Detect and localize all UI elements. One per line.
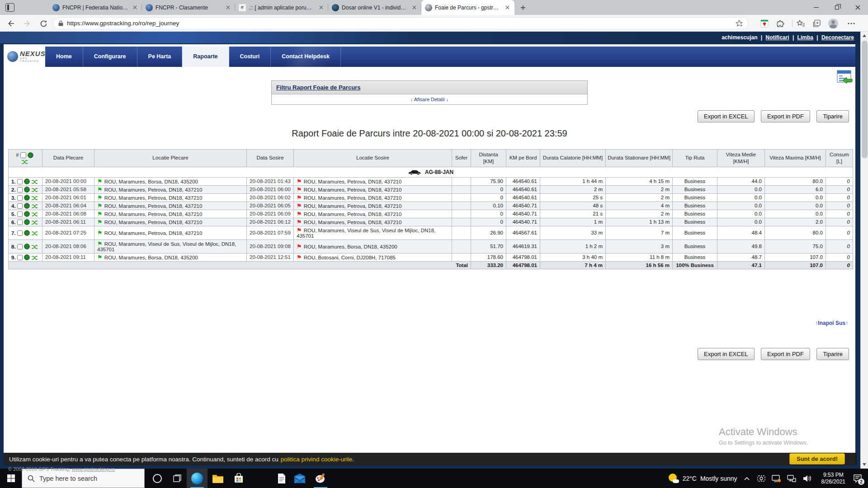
filter-toggle-details[interactable]: ↓ Afisare Detalii ↓	[272, 94, 587, 104]
window-minimize-button[interactable]	[806, 0, 826, 15]
taskbar-store-button[interactable]	[228, 469, 249, 488]
map-globe-icon[interactable]	[24, 203, 30, 209]
print-button[interactable]: Tiparire	[816, 348, 849, 360]
row-select-checkbox[interactable]	[17, 203, 23, 209]
stationary-duration-cell: 2 m	[606, 185, 673, 193]
taskbar-weather[interactable]: 22°C Mostly sunny	[668, 473, 737, 484]
browser-tab[interactable]: IT.:: [ admin aplicatie porumbei ] :	[235, 0, 328, 15]
row-select-checkbox[interactable]	[17, 211, 23, 217]
print-button[interactable]: Tiparire	[816, 110, 849, 122]
browser-menu-icon[interactable]	[846, 19, 856, 28]
map-globe-icon[interactable]	[24, 244, 30, 249]
nav-item-contact-helpdesk[interactable]: Contact Helpdesk	[271, 47, 341, 67]
extensions-puzzle-icon[interactable]	[776, 19, 786, 28]
cortana-button[interactable]	[147, 469, 168, 488]
export-excel-button[interactable]: Export in EXCEL	[698, 110, 755, 122]
nav-item-costuri[interactable]: Costuri	[229, 47, 271, 67]
export-excel-button[interactable]: Export in EXCEL	[698, 348, 755, 360]
nav-item-home[interactable]: Home	[45, 47, 83, 67]
route-shuffle-icon[interactable]	[31, 244, 38, 249]
userbar-link-notificari[interactable]: Notificari	[766, 34, 789, 41]
scrollbar-thumb[interactable]	[862, 41, 868, 158]
map-globe-icon[interactable]	[24, 178, 30, 184]
new-tab-button[interactable]	[518, 3, 528, 13]
row-select-checkbox[interactable]	[17, 195, 23, 201]
profile-avatar[interactable]	[828, 19, 838, 28]
map-globe-icon[interactable]	[24, 254, 30, 260]
map-globe-icon[interactable]	[24, 211, 30, 217]
back-to-top-link[interactable]: ↑Inapoi Sus↑	[815, 320, 848, 326]
display-cast-icon[interactable]	[772, 474, 781, 483]
side-panel-toggle-icon[interactable]	[835, 70, 854, 86]
userbar-link-limba[interactable]: Limba	[797, 34, 813, 41]
window-restore-button[interactable]	[826, 0, 847, 15]
nexus-logo[interactable]: NEXUS GPS TRACKING	[5, 46, 45, 67]
volume-icon[interactable]	[802, 474, 811, 483]
favorites-bar-icon[interactable]	[796, 19, 806, 28]
tab-actions-icon[interactable]	[5, 3, 14, 12]
route-shuffle-icon[interactable]	[31, 188, 38, 192]
back-button[interactable]	[5, 18, 16, 29]
tab-close-button[interactable]	[131, 4, 138, 11]
row-select-checkbox[interactable]	[17, 179, 23, 184]
cookie-policy-link[interactable]: politica privind cookie-urile	[281, 456, 352, 463]
tab-close-button[interactable]	[317, 4, 325, 11]
browser-tab[interactable]: FNCPR - Clasamente	[142, 0, 235, 15]
route-shuffle-icon[interactable]	[31, 196, 38, 201]
meet-now-icon[interactable]	[757, 474, 765, 483]
add-favorite-icon[interactable]	[735, 19, 743, 28]
route-shuffle-icon[interactable]	[31, 204, 38, 209]
row-select-checkbox[interactable]	[17, 244, 23, 249]
task-view-button[interactable]	[167, 469, 188, 488]
scrollbar-up-arrow[interactable]	[863, 34, 866, 37]
action-center-button[interactable]: 2	[851, 469, 864, 488]
refresh-button[interactable]	[38, 18, 49, 29]
network-icon[interactable]	[787, 474, 796, 483]
browser-tab[interactable]: FNCPR | Federatia Nationala a C	[49, 0, 142, 15]
row-select-checkbox[interactable]	[17, 187, 23, 192]
route-shuffle-icon[interactable]	[31, 255, 38, 260]
scrollbar-down-arrow[interactable]	[863, 463, 866, 466]
tab-close-button[interactable]	[504, 4, 511, 11]
forward-button[interactable]	[22, 18, 33, 29]
row-select-checkbox[interactable]	[17, 230, 23, 236]
export-pdf-button[interactable]: Export in PDF	[761, 348, 810, 360]
footer-site-link[interactable]: www.gpstracking.ro	[72, 466, 115, 472]
export-pdf-button[interactable]: Export in PDF	[761, 110, 810, 122]
route-shuffle-icon[interactable]	[21, 160, 28, 164]
route-shuffle-icon[interactable]	[31, 212, 38, 217]
browser-tab[interactable]: Dosar online V1 - individual	[328, 0, 421, 15]
taskbar-mail-button[interactable]	[289, 469, 310, 488]
taskbar-edge-button[interactable]	[187, 469, 208, 488]
taskbar-clock[interactable]: 9:53 PM 8/26/2021	[821, 472, 845, 485]
collections-icon[interactable]	[812, 19, 822, 28]
route-shuffle-icon[interactable]	[31, 220, 38, 225]
address-bar[interactable]: https://www.gpstracking.ro/ro/rep_journe…	[53, 17, 748, 29]
browser-tab[interactable]: Foaie de Parcurs - gpstracking.ro	[421, 0, 514, 15]
map-globe-icon[interactable]	[24, 195, 30, 201]
select-all-checkbox[interactable]	[20, 152, 26, 158]
route-shuffle-icon[interactable]	[31, 179, 38, 184]
nav-item-configurare[interactable]: Configurare	[83, 47, 137, 67]
nav-item-pe-harta[interactable]: Pe Harta	[137, 47, 183, 67]
cookie-accept-button[interactable]: Sunt de acord!	[789, 453, 845, 465]
map-globe-icon[interactable]	[28, 152, 33, 158]
taskbar-paint3d-button[interactable]	[310, 469, 331, 488]
map-globe-icon[interactable]	[24, 219, 30, 225]
nav-item-rapoarte[interactable]: Rapoarte	[182, 47, 229, 67]
map-globe-icon[interactable]	[24, 230, 30, 236]
userbar-link-deconectare[interactable]: Deconectare	[821, 34, 854, 41]
route-shuffle-icon[interactable]	[31, 231, 38, 236]
map-globe-icon[interactable]	[24, 187, 30, 192]
taskbar-file-explorer-button[interactable]	[208, 469, 228, 488]
tab-close-button[interactable]	[224, 4, 231, 11]
page-scrollbar[interactable]	[860, 32, 868, 469]
tray-chevron-icon[interactable]	[744, 476, 750, 481]
extension-badge-icon[interactable]	[760, 19, 769, 28]
filter-title[interactable]: Filtru Raport Foaie de Parcurs	[272, 81, 587, 94]
url-text[interactable]: https://www.gpstracking.ro/ro/rep_journe…	[67, 20, 735, 27]
row-select-checkbox[interactable]	[17, 220, 23, 225]
window-close-button[interactable]	[847, 0, 868, 15]
row-select-checkbox[interactable]	[17, 255, 23, 260]
tab-close-button[interactable]	[410, 4, 418, 11]
